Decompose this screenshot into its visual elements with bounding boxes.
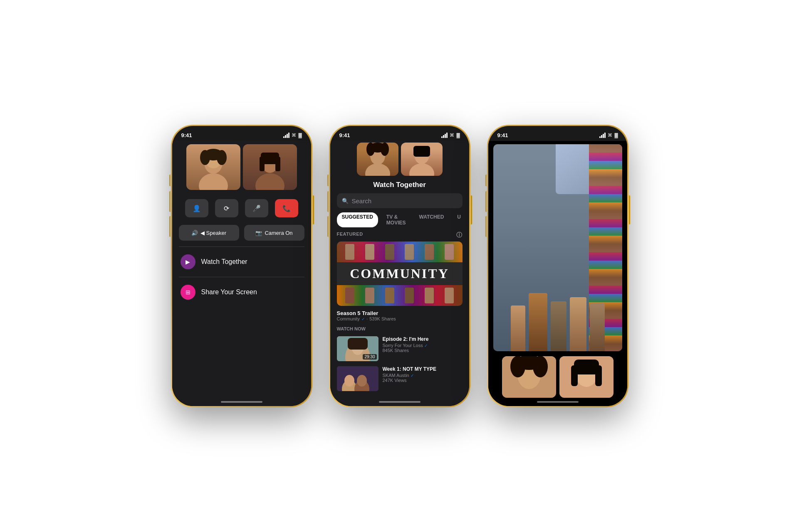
tabs-row: SUGGESTED TV & MOVIES WATCHED U [330,212,469,232]
mute-button[interactable]: 🎤 [245,199,268,217]
share-screen-menu-item[interactable]: ⊞ Share Your Screen [172,280,311,305]
caller-face-bottom-2 [559,356,613,398]
battery-icon-2: ▓ [456,133,460,138]
info-button[interactable]: ⓘ [456,232,463,239]
wifi-icon-1: ⌘ [292,133,296,138]
flip-camera-button[interactable]: ⟳ [215,199,238,217]
status-time-2: 9:41 [339,132,350,138]
svg-point-17 [369,143,386,153]
tab-u[interactable]: U [452,212,466,227]
person-face-4 [401,143,443,176]
battery-icon-3: ▓ [614,133,618,138]
phone-2: 9:41 ⌘ ▓ [329,125,470,407]
caller-thumb-bottom-1 [502,356,556,398]
person-face-2 [243,144,297,190]
mute-icon: 🎤 [252,204,261,212]
video-list-item-1[interactable]: 29:30 Episode 2: I'm Here Sorry For Your… [330,334,469,364]
home-indicator-1 [221,401,262,403]
svg-point-13 [365,163,390,176]
scene-person-4 [570,297,586,351]
share-screen-label: Share Your Screen [201,288,257,296]
svg-rect-24 [348,338,368,350]
home-indicator-3 [537,401,579,403]
video-list-title-1: Episode 2: I'm Here [383,336,463,342]
svg-rect-11 [260,157,265,171]
speaker-button[interactable]: 🔊 ◀ Speaker [179,225,239,241]
video-list-item-2[interactable]: Week 1: NOT MY TYPE SKAM Austin ✓ 247K V… [330,364,469,394]
video-list-sub-1: Sorry For Your Loss ✓ [383,343,463,348]
svg-rect-12 [275,157,280,171]
watch-now-label: WATCH NOW [330,325,469,334]
community-banner-top [337,241,463,262]
camera-on-button[interactable]: 📷 Camera On [244,225,304,241]
phone-1: 9:41 ⌘ ▓ [171,125,312,407]
scene-person-2 [529,293,547,351]
scene-person-1 [511,305,525,351]
tab-suggested[interactable]: SUGGESTED [337,212,378,227]
end-call-button[interactable]: 📞 [275,199,298,217]
phone3-screen [488,141,627,406]
status-icons-2: ⌘ ▓ [441,133,460,138]
caller-thumb-3 [357,143,398,176]
video-list-meta-2: 247K Views [383,378,463,383]
svg-rect-20 [413,146,430,157]
verified-badge-3: ✓ [411,373,414,378]
battery-icon-1: ▓ [298,133,302,138]
search-icon: 🔍 [342,198,349,204]
signal-icon-2 [441,133,448,138]
video-list-meta-1: 845K Shares [383,348,463,353]
search-bar[interactable]: 🔍 Search [337,193,463,208]
featured-share-count: 539K Shares [369,316,396,321]
watch-together-icon: ▶ [181,254,195,269]
featured-section-label: FEATURED ⓘ [330,232,469,241]
scene-person-5 [590,303,605,351]
video-thumbnails-1 [172,141,311,194]
flip-camera-icon: ⟳ [224,204,229,212]
video-list-info-1: Episode 2: I'm Here Sorry For Your Loss … [383,336,463,353]
caller-thumb-1 [186,144,240,190]
status-time-3: 9:41 [497,132,508,138]
tab-tv-movies[interactable]: TV & MOVIES [381,212,411,227]
notch-3 [531,126,585,138]
caller-thumbs-bottom [488,354,627,406]
phones-container: 9:41 ⌘ ▓ [171,125,628,407]
community-show-title: COMMUNITY [350,266,449,281]
caller-thumb-2 [243,144,297,190]
svg-rect-40 [571,365,578,386]
end-call-icon: 📞 [282,204,291,212]
tab-watched[interactable]: WATCHED [414,212,449,227]
watch-together-title: Watch Together [330,178,469,193]
scene-person-3 [551,301,566,351]
featured-video-title: Season 5 Trailer [337,310,463,316]
verified-badge-2: ✓ [424,343,428,348]
video-list-info-2: Week 1: NOT MY TYPE SKAM Austin ✓ 247K V… [383,366,463,383]
watch-together-label: Watch Together [201,258,247,266]
status-icons-3: ⌘ ▓ [599,133,618,138]
caller-thumb-4 [401,143,443,176]
featured-channel: Community [337,316,360,321]
add-person-button[interactable]: 👤 [185,199,208,217]
svg-point-29 [357,375,367,387]
show-scene [493,144,622,351]
watch-together-menu-item[interactable]: ▶ Watch Together [172,249,311,274]
speaker-label: ◀ Speaker [200,230,226,236]
call-controls: 👤 ⟳ 🎤 📞 [172,194,311,222]
phone-3: 9:41 ⌘ ▓ [487,125,628,407]
svg-point-6 [204,153,210,159]
camera-label: Camera On [265,230,292,236]
camera-icon: 📷 [255,230,262,236]
share-screen-icon: ⊞ [181,285,195,300]
person-face-1 [186,144,240,190]
person-face-3 [357,143,398,176]
speaker-icon: 🔊 [191,230,198,236]
search-placeholder: Search [352,197,372,204]
notch-2 [373,126,427,138]
caller-thumb-bottom-2 [559,356,613,398]
wifi-icon-3: ⌘ [608,133,612,138]
featured-video-info: Season 5 Trailer Community ✓ · 539K Shar… [330,308,469,325]
add-person-icon: 👤 [193,204,201,212]
call-options: 🔊 ◀ Speaker 📷 Camera On [172,222,311,244]
community-banner: COMMUNITY [337,241,463,306]
scene-people [493,186,622,351]
featured-image[interactable]: COMMUNITY [337,241,463,306]
